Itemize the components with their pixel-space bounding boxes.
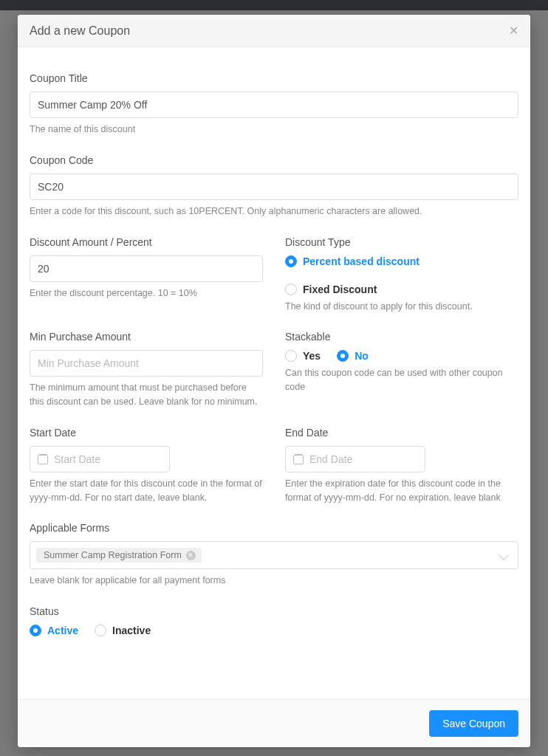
end-date-help: Enter the expiration date for this disco…	[285, 477, 518, 505]
min-purchase-help: The minimum amount that must be purchase…	[30, 381, 263, 409]
radio-dot-icon	[95, 625, 106, 636]
applicable-forms-select[interactable]: Summer Camp Registration Form ✕	[30, 541, 518, 569]
start-date-field: Start Date Start Date Enter the start da…	[30, 427, 263, 505]
discount-type-percent-label: Percent based discount	[303, 255, 419, 267]
stackable-no-radio[interactable]: No	[337, 350, 369, 362]
tag-remove-icon[interactable]: ✕	[186, 551, 196, 560]
stackable-label: Stackable	[285, 331, 518, 343]
stackable-yes-radio[interactable]: Yes	[285, 350, 321, 362]
app-topbar	[0, 0, 548, 10]
coupon-code-label: Coupon Code	[30, 154, 518, 166]
start-date-label: Start Date	[30, 427, 263, 439]
coupon-code-help: Enter a code for this discount, such as …	[30, 205, 518, 219]
coupon-code-input[interactable]	[30, 173, 518, 200]
radio-dot-icon	[285, 284, 297, 295]
stackable-yes-label: Yes	[303, 350, 321, 362]
radio-dot-icon	[285, 255, 297, 267]
applicable-forms-tag: Summer Camp Registration Form ✕	[36, 548, 202, 563]
coupon-modal: Add a new Coupon ✕ Coupon Title The name…	[18, 15, 530, 747]
modal-body: Coupon Title The name of this discount C…	[18, 47, 530, 699]
status-label: Status	[30, 605, 518, 617]
radio-dot-icon	[285, 350, 297, 362]
discount-amount-field: Discount Amount / Percent Enter the disc…	[30, 236, 263, 314]
min-purchase-field: Min Purchase Amount The minimum amount t…	[30, 331, 263, 409]
discount-type-help: The kind of discount to apply for this d…	[285, 300, 518, 314]
calendar-icon	[293, 454, 304, 464]
status-inactive-radio[interactable]: Inactive	[95, 625, 151, 636]
min-purchase-input[interactable]	[30, 350, 263, 377]
status-field: Status Active Inactive	[30, 605, 518, 636]
end-date-field: End Date End Date Enter the expiration d…	[285, 427, 518, 505]
applicable-forms-tag-label: Summer Camp Registration Form	[44, 550, 182, 560]
end-date-label: End Date	[285, 427, 518, 439]
discount-amount-help: Enter the discount percentage. 10 = 10%	[30, 286, 263, 300]
coupon-title-field: Coupon Title The name of this discount	[30, 72, 518, 137]
discount-type-fixed-label: Fixed Discount	[303, 284, 377, 295]
start-date-placeholder: Start Date	[54, 453, 100, 465]
end-date-placeholder: End Date	[309, 453, 352, 465]
status-inactive-label: Inactive	[112, 625, 151, 636]
stackable-field: Stackable Yes No Can this coupon code ca…	[285, 331, 518, 409]
applicable-forms-field: Applicable Forms Summer Camp Registratio…	[30, 522, 518, 588]
applicable-forms-label: Applicable Forms	[30, 522, 518, 534]
discount-type-fixed-radio[interactable]: Fixed Discount	[285, 284, 377, 295]
close-icon[interactable]: ✕	[509, 24, 518, 38]
discount-type-percent-radio[interactable]: Percent based discount	[285, 255, 419, 267]
start-date-input[interactable]: Start Date	[30, 446, 170, 472]
applicable-forms-help: Leave blank for applicable for all payme…	[30, 574, 518, 588]
stackable-no-label: No	[355, 350, 369, 362]
status-active-radio[interactable]: Active	[30, 625, 78, 636]
radio-dot-icon	[337, 350, 349, 362]
coupon-title-input[interactable]	[30, 92, 518, 118]
chevron-down-icon	[499, 550, 509, 560]
discount-amount-input[interactable]	[30, 255, 263, 282]
status-active-label: Active	[47, 625, 78, 636]
discount-amount-label: Discount Amount / Percent	[30, 236, 263, 248]
save-coupon-button[interactable]: Save Coupon	[429, 710, 518, 737]
coupon-title-help: The name of this discount	[30, 123, 518, 137]
modal-header: Add a new Coupon ✕	[18, 15, 530, 47]
discount-type-field: Discount Type Percent based discount Fix…	[285, 236, 518, 314]
discount-type-label: Discount Type	[285, 236, 518, 248]
calendar-icon	[38, 454, 48, 464]
modal-footer: Save Coupon	[18, 699, 530, 747]
coupon-code-field: Coupon Code Enter a code for this discou…	[30, 154, 518, 219]
stackable-help: Can this coupon code can be used with ot…	[285, 366, 518, 394]
modal-title: Add a new Coupon	[30, 24, 130, 38]
min-purchase-label: Min Purchase Amount	[30, 331, 263, 343]
coupon-title-label: Coupon Title	[30, 72, 518, 84]
end-date-input[interactable]: End Date	[285, 446, 425, 472]
radio-dot-icon	[30, 625, 41, 636]
start-date-help: Enter the start date for this discount c…	[30, 477, 263, 505]
